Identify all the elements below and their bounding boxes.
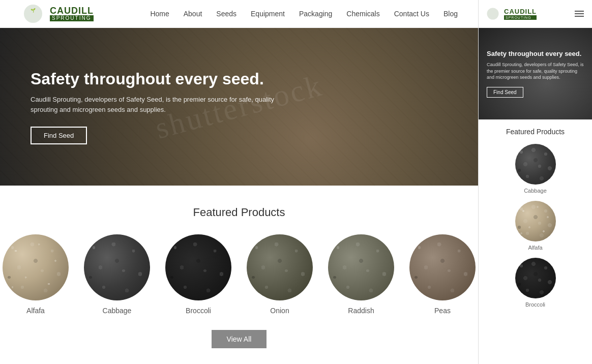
product-name-raddish: Raddish	[348, 307, 374, 315]
seed-texture	[247, 234, 313, 300]
sidebar-hero-content: Safety throughout every seed. Caudill Sp…	[487, 50, 584, 98]
product-alfafa[interactable]: Alfafa	[3, 234, 69, 315]
hero-title: Safety throughout every seed.	[31, 69, 275, 88]
sidebar-product-cabbage[interactable]: Cabbage	[485, 144, 586, 194]
product-name-alfafa: Alfafa	[26, 307, 45, 315]
main-header: 🌱 CAUDILL SPROUTING Home About Seeds Equ…	[0, 0, 478, 28]
sidebar-logo-bottom: SPROUTING	[504, 15, 537, 20]
hero-content: Safety throughout every seed. Caudill Sp…	[31, 69, 275, 144]
seed-texture	[328, 234, 394, 300]
seed-texture	[3, 234, 69, 300]
nav-blog[interactable]: Blog	[443, 10, 458, 18]
view-all-button[interactable]: View All	[212, 330, 267, 348]
hero-section: shutterstock Safety throughout every see…	[0, 28, 478, 186]
sidebar-header: CAUDILL SPROUTING	[479, 0, 592, 28]
product-name-broccoli: Broccoli	[186, 307, 211, 315]
product-peas[interactable]: Peas	[409, 234, 476, 315]
nav-chemicals[interactable]: Chemicals	[346, 10, 379, 18]
logo-bottom: SPROUTING	[50, 15, 94, 21]
sidebar-logo-top: CAUDILL	[504, 8, 537, 15]
product-image-onion	[247, 234, 313, 300]
product-onion[interactable]: Onion	[247, 234, 313, 315]
sidebar-logo[interactable]: CAUDILL SPROUTING	[485, 7, 537, 21]
svg-point-0	[24, 5, 42, 23]
sidebar-product-image-alfafa	[515, 201, 556, 241]
sidebar-featured-title: Featured Products	[485, 128, 586, 136]
hamburger-menu[interactable]	[573, 9, 586, 19]
seed-texture	[515, 201, 556, 241]
logo-top: CAUDILL	[50, 6, 94, 15]
product-broccoli[interactable]: Broccoli	[165, 234, 231, 315]
products-grid: Alfafa Cabbage Broccoli	[10, 234, 468, 315]
logo-text: CAUDILL SPROUTING	[50, 6, 94, 21]
seed-texture	[409, 234, 476, 300]
product-cabbage[interactable]: Cabbage	[84, 234, 150, 315]
main-column: 🌱 CAUDILL SPROUTING Home About Seeds Equ…	[0, 0, 478, 364]
product-image-cabbage	[84, 234, 150, 300]
nav-home[interactable]: Home	[150, 10, 169, 18]
product-image-alfafa	[3, 234, 69, 300]
sidebar-hero: Safety throughout every seed. Caudill Sp…	[479, 28, 592, 119]
sidebar-logo-text: CAUDILL SPROUTING	[504, 8, 537, 20]
featured-section: Featured Products Alfafa Cabbage	[0, 186, 478, 364]
product-name-onion: Onion	[270, 307, 289, 315]
hamburger-line-2	[575, 13, 584, 14]
find-seed-button[interactable]: Find Seed	[31, 127, 87, 144]
svg-point-2	[487, 8, 498, 19]
hero-subtitle: Caudill Sprouting, developers of Safety …	[31, 95, 275, 114]
sidebar-product-name-broccoli: Broccoli	[525, 301, 545, 308]
sidebar-product-alfafa[interactable]: Alfafa	[485, 201, 586, 251]
seed-texture	[515, 258, 556, 298]
product-raddish[interactable]: Raddish	[328, 234, 394, 315]
product-image-peas	[409, 234, 476, 300]
sidebar-product-name-cabbage: Cabbage	[524, 188, 547, 194]
seed-texture	[515, 144, 556, 185]
product-name-peas: Peas	[434, 307, 451, 315]
nav-seeds[interactable]: Seeds	[216, 10, 236, 18]
sidebar-featured: Featured Products Cabbage Alfafa Broccol…	[479, 119, 592, 323]
nav-equipment[interactable]: Equipment	[251, 10, 285, 18]
nav-about[interactable]: About	[184, 10, 202, 18]
svg-text:🌱: 🌱	[31, 8, 36, 13]
sidebar-panel: CAUDILL SPROUTING Safety throughout ever…	[478, 0, 592, 364]
sidebar-hero-subtitle: Caudill Sprouting, developers of Safety …	[487, 62, 584, 81]
hamburger-line-3	[575, 16, 584, 17]
sidebar-product-image-broccoli	[515, 258, 556, 298]
product-image-broccoli	[165, 234, 231, 300]
hamburger-line-1	[575, 11, 584, 12]
seed-texture	[165, 234, 231, 300]
sidebar-find-seed-button[interactable]: Find Seed	[487, 87, 523, 98]
product-name-cabbage: Cabbage	[103, 307, 132, 315]
product-image-raddish	[328, 234, 394, 300]
nav-packaging[interactable]: Packaging	[299, 10, 332, 18]
nav-contact[interactable]: Contact Us	[394, 10, 429, 18]
logo[interactable]: 🌱 CAUDILL SPROUTING	[20, 4, 94, 24]
main-nav: Home About Seeds Equipment Packaging Che…	[150, 10, 458, 18]
sidebar-hero-title: Safety throughout every seed.	[487, 50, 584, 58]
sidebar-product-broccoli[interactable]: Broccoli	[485, 258, 586, 308]
featured-title: Featured Products	[10, 206, 468, 219]
sidebar-product-image-cabbage	[515, 144, 556, 185]
seed-texture	[84, 234, 150, 300]
sidebar-product-name-alfafa: Alfafa	[528, 245, 542, 251]
